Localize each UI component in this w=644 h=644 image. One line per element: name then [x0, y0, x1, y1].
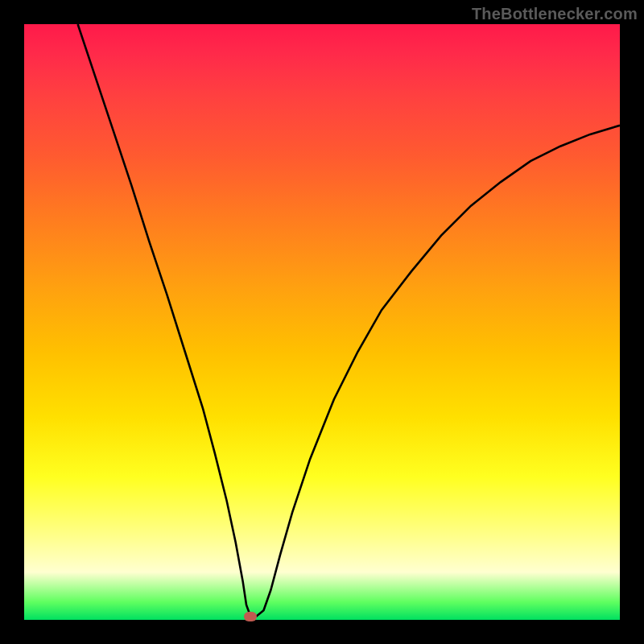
optimal-point-marker	[244, 612, 257, 621]
chart-frame: TheBottlenecker.com	[0, 0, 644, 644]
plot-area	[24, 24, 620, 620]
watermark-text: TheBottlenecker.com	[472, 5, 638, 23]
